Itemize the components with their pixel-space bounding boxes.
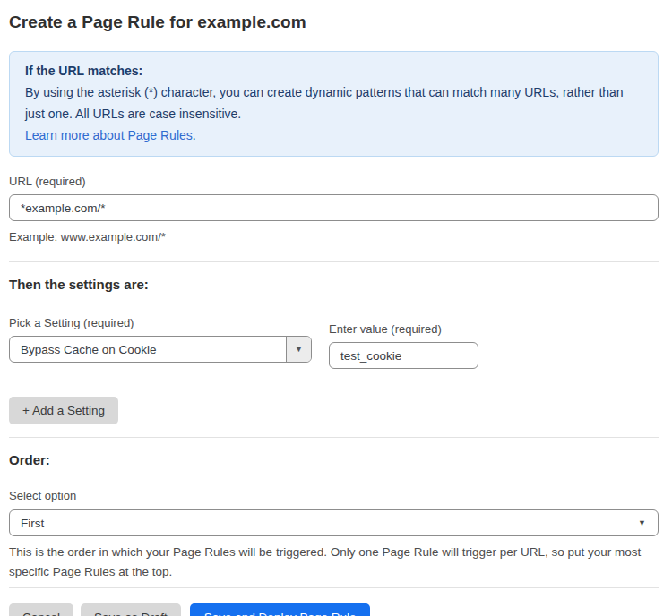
divider [9, 587, 659, 588]
chevron-down-icon: ▼ [638, 519, 658, 527]
info-box-link-line: Learn more about Page Rules. [25, 124, 642, 146]
learn-more-link[interactable]: Learn more about Page Rules [25, 128, 193, 142]
url-example-helper: Example: www.example.com/* [9, 227, 659, 246]
save-draft-button[interactable]: Save as Draft [81, 603, 181, 616]
divider [9, 437, 659, 438]
url-section: URL (required) Example: www.example.com/… [9, 175, 659, 246]
order-select-label: Select option [9, 489, 659, 502]
settings-section-heading: Then the settings are: [9, 277, 659, 292]
pick-setting-label: Pick a Setting (required) [9, 316, 312, 329]
order-select-value: First [10, 517, 638, 530]
divider [9, 261, 659, 262]
order-helper-text: This is the order in which your Page Rul… [9, 543, 659, 582]
setting-select[interactable]: Bypass Cache on Cookie ▼ [9, 336, 312, 363]
page-title: Create a Page Rule for example.com [9, 13, 659, 32]
url-input[interactable] [9, 194, 659, 221]
order-select[interactable]: First ▼ [9, 509, 659, 536]
save-deploy-button[interactable]: Save and Deploy Page Rule [190, 603, 371, 616]
link-period: . [193, 128, 196, 142]
cancel-button[interactable]: Cancel [9, 603, 73, 616]
settings-row: Pick a Setting (required) Bypass Cache o… [9, 316, 659, 369]
create-page-rule-form: Create a Page Rule for example.com If th… [0, 0, 672, 616]
enter-value-label: Enter value (required) [329, 322, 478, 336]
chevron-down-icon: ▼ [295, 346, 303, 354]
info-box-heading: If the URL matches: [25, 60, 642, 81]
setting-value-input[interactable] [329, 342, 478, 369]
order-section-heading: Order: [9, 452, 659, 467]
enter-value-field: Enter value (required) [329, 322, 478, 369]
setting-select-arrow-button[interactable]: ▼ [286, 337, 311, 362]
setting-select-value: Bypass Cache on Cookie [10, 343, 286, 356]
form-actions: Cancel Save as Draft Save and Deploy Pag… [9, 603, 659, 616]
info-box-body: By using the asterisk (*) character, you… [25, 81, 642, 124]
url-match-info-box: If the URL matches: By using the asteris… [9, 51, 659, 157]
add-setting-button[interactable]: + Add a Setting [9, 397, 118, 424]
pick-setting-field: Pick a Setting (required) Bypass Cache o… [9, 316, 312, 363]
url-label: URL (required) [9, 175, 659, 188]
